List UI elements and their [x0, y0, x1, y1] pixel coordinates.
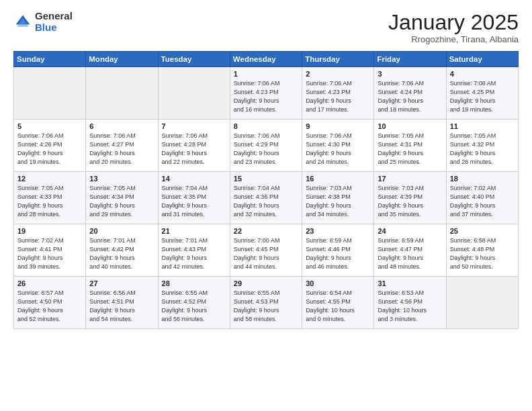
- day-number: 14: [162, 175, 226, 183]
- calendar-cell: 6Sunrise: 7:06 AM Sunset: 4:27 PM Daylig…: [86, 120, 158, 172]
- day-number: 13: [89, 175, 154, 183]
- day-info: Sunrise: 7:04 AM Sunset: 4:36 PM Dayligh…: [234, 184, 298, 219]
- weekday-header-saturday: Saturday: [446, 52, 518, 67]
- calendar-cell: 14Sunrise: 7:04 AM Sunset: 4:35 PM Dayli…: [158, 172, 230, 224]
- calendar-cell: [446, 277, 518, 329]
- logo-icon: [13, 13, 32, 32]
- calendar-cell: 10Sunrise: 7:05 AM Sunset: 4:31 PM Dayli…: [374, 120, 446, 172]
- day-info: Sunrise: 7:03 AM Sunset: 4:39 PM Dayligh…: [378, 184, 442, 219]
- header: General Blue January 2025 Rrogozhine, Ti…: [13, 11, 519, 44]
- calendar-cell: 7Sunrise: 7:06 AM Sunset: 4:28 PM Daylig…: [158, 120, 230, 172]
- weekday-header-tuesday: Tuesday: [158, 52, 230, 67]
- day-number: 17: [378, 175, 442, 183]
- calendar-cell: 18Sunrise: 7:02 AM Sunset: 4:40 PM Dayli…: [446, 172, 518, 224]
- day-info: Sunrise: 7:01 AM Sunset: 4:43 PM Dayligh…: [162, 236, 226, 271]
- day-number: 26: [17, 279, 82, 287]
- logo-general-text: General: [35, 11, 73, 22]
- day-info: Sunrise: 7:02 AM Sunset: 4:40 PM Dayligh…: [450, 184, 515, 219]
- weekday-header-row: SundayMondayTuesdayWednesdayThursdayFrid…: [14, 52, 519, 67]
- day-info: Sunrise: 7:05 AM Sunset: 4:31 PM Dayligh…: [378, 132, 442, 167]
- day-number: 15: [234, 175, 298, 183]
- day-number: 8: [234, 122, 298, 130]
- calendar-cell: 27Sunrise: 6:56 AM Sunset: 4:51 PM Dayli…: [86, 277, 158, 329]
- day-info: Sunrise: 6:55 AM Sunset: 4:52 PM Dayligh…: [162, 289, 226, 324]
- calendar-week-3: 12Sunrise: 7:05 AM Sunset: 4:33 PM Dayli…: [14, 172, 519, 224]
- calendar-cell: 21Sunrise: 7:01 AM Sunset: 4:43 PM Dayli…: [158, 224, 230, 277]
- calendar-cell: 13Sunrise: 7:05 AM Sunset: 4:34 PM Dayli…: [86, 172, 158, 224]
- day-info: Sunrise: 7:06 AM Sunset: 4:27 PM Dayligh…: [89, 132, 154, 167]
- day-number: 2: [306, 70, 370, 78]
- page: General Blue January 2025 Rrogozhine, Ti…: [0, 0, 532, 411]
- day-info: Sunrise: 7:06 AM Sunset: 4:23 PM Dayligh…: [234, 79, 298, 114]
- calendar-cell: 22Sunrise: 7:00 AM Sunset: 4:45 PM Dayli…: [230, 224, 302, 277]
- day-info: Sunrise: 6:57 AM Sunset: 4:50 PM Dayligh…: [17, 289, 82, 324]
- day-number: 1: [234, 70, 298, 78]
- calendar-cell: 15Sunrise: 7:04 AM Sunset: 4:36 PM Dayli…: [230, 172, 302, 224]
- day-info: Sunrise: 7:06 AM Sunset: 4:30 PM Dayligh…: [306, 132, 370, 167]
- day-number: 31: [378, 279, 442, 287]
- day-info: Sunrise: 6:58 AM Sunset: 4:48 PM Dayligh…: [450, 236, 515, 271]
- day-info: Sunrise: 6:55 AM Sunset: 4:53 PM Dayligh…: [234, 289, 298, 324]
- title-block: January 2025 Rrogozhine, Tirana, Albania: [388, 11, 519, 44]
- calendar-week-2: 5Sunrise: 7:06 AM Sunset: 4:26 PM Daylig…: [14, 120, 519, 172]
- day-number: 29: [234, 279, 298, 287]
- weekday-header-monday: Monday: [86, 52, 158, 67]
- day-info: Sunrise: 7:03 AM Sunset: 4:38 PM Dayligh…: [306, 184, 370, 219]
- location-subtitle: Rrogozhine, Tirana, Albania: [388, 34, 519, 44]
- day-info: Sunrise: 7:02 AM Sunset: 4:41 PM Dayligh…: [17, 236, 82, 271]
- day-number: 19: [17, 227, 82, 235]
- day-number: 27: [89, 279, 154, 287]
- day-info: Sunrise: 7:06 AM Sunset: 4:25 PM Dayligh…: [450, 79, 515, 114]
- calendar-cell: 4Sunrise: 7:06 AM Sunset: 4:25 PM Daylig…: [446, 67, 518, 120]
- weekday-header-thursday: Thursday: [302, 52, 374, 67]
- day-info: Sunrise: 7:06 AM Sunset: 4:24 PM Dayligh…: [378, 79, 442, 114]
- day-info: Sunrise: 7:06 AM Sunset: 4:29 PM Dayligh…: [234, 132, 298, 167]
- day-number: 21: [162, 227, 226, 235]
- calendar-cell: 3Sunrise: 7:06 AM Sunset: 4:24 PM Daylig…: [374, 67, 446, 120]
- day-info: Sunrise: 7:06 AM Sunset: 4:28 PM Dayligh…: [162, 132, 226, 167]
- calendar-cell: [86, 67, 158, 120]
- day-number: 11: [450, 122, 515, 130]
- calendar-cell: 31Sunrise: 6:53 AM Sunset: 4:56 PM Dayli…: [374, 277, 446, 329]
- calendar-cell: 23Sunrise: 6:59 AM Sunset: 4:46 PM Dayli…: [302, 224, 374, 277]
- logo-text: General Blue: [35, 11, 73, 33]
- day-info: Sunrise: 7:05 AM Sunset: 4:34 PM Dayligh…: [89, 184, 154, 219]
- day-number: 28: [162, 279, 226, 287]
- day-info: Sunrise: 7:04 AM Sunset: 4:35 PM Dayligh…: [162, 184, 226, 219]
- logo-blue-text: Blue: [35, 22, 73, 34]
- calendar-week-4: 19Sunrise: 7:02 AM Sunset: 4:41 PM Dayli…: [14, 224, 519, 277]
- day-info: Sunrise: 7:06 AM Sunset: 4:23 PM Dayligh…: [306, 79, 370, 114]
- weekday-header-sunday: Sunday: [14, 52, 86, 67]
- calendar-table: SundayMondayTuesdayWednesdayThursdayFrid…: [13, 51, 519, 329]
- day-info: Sunrise: 7:06 AM Sunset: 4:26 PM Dayligh…: [17, 132, 82, 167]
- calendar-cell: 1Sunrise: 7:06 AM Sunset: 4:23 PM Daylig…: [230, 67, 302, 120]
- calendar-week-1: 1Sunrise: 7:06 AM Sunset: 4:23 PM Daylig…: [14, 67, 519, 120]
- day-number: 22: [234, 227, 298, 235]
- day-info: Sunrise: 6:59 AM Sunset: 4:46 PM Dayligh…: [306, 236, 370, 271]
- day-number: 6: [89, 122, 154, 130]
- day-info: Sunrise: 7:00 AM Sunset: 4:45 PM Dayligh…: [234, 236, 298, 271]
- calendar-cell: 2Sunrise: 7:06 AM Sunset: 4:23 PM Daylig…: [302, 67, 374, 120]
- calendar-cell: 30Sunrise: 6:54 AM Sunset: 4:55 PM Dayli…: [302, 277, 374, 329]
- day-number: 18: [450, 175, 515, 183]
- logo: General Blue: [13, 11, 73, 33]
- calendar-cell: 29Sunrise: 6:55 AM Sunset: 4:53 PM Dayli…: [230, 277, 302, 329]
- calendar-week-5: 26Sunrise: 6:57 AM Sunset: 4:50 PM Dayli…: [14, 277, 519, 329]
- day-number: 25: [450, 227, 515, 235]
- calendar-cell: 17Sunrise: 7:03 AM Sunset: 4:39 PM Dayli…: [374, 172, 446, 224]
- calendar-cell: 11Sunrise: 7:05 AM Sunset: 4:32 PM Dayli…: [446, 120, 518, 172]
- day-number: 12: [17, 175, 82, 183]
- weekday-header-friday: Friday: [374, 52, 446, 67]
- day-info: Sunrise: 6:54 AM Sunset: 4:55 PM Dayligh…: [306, 289, 370, 324]
- calendar-cell: 28Sunrise: 6:55 AM Sunset: 4:52 PM Dayli…: [158, 277, 230, 329]
- month-title: January 2025: [388, 11, 519, 34]
- calendar-cell: 8Sunrise: 7:06 AM Sunset: 4:29 PM Daylig…: [230, 120, 302, 172]
- day-number: 3: [378, 70, 442, 78]
- calendar-cell: 24Sunrise: 6:59 AM Sunset: 4:47 PM Dayli…: [374, 224, 446, 277]
- day-info: Sunrise: 7:05 AM Sunset: 4:33 PM Dayligh…: [17, 184, 82, 219]
- day-info: Sunrise: 6:59 AM Sunset: 4:47 PM Dayligh…: [378, 236, 442, 271]
- calendar-cell: [14, 67, 86, 120]
- calendar-cell: 19Sunrise: 7:02 AM Sunset: 4:41 PM Dayli…: [14, 224, 86, 277]
- calendar-cell: 26Sunrise: 6:57 AM Sunset: 4:50 PM Dayli…: [14, 277, 86, 329]
- calendar-cell: 5Sunrise: 7:06 AM Sunset: 4:26 PM Daylig…: [14, 120, 86, 172]
